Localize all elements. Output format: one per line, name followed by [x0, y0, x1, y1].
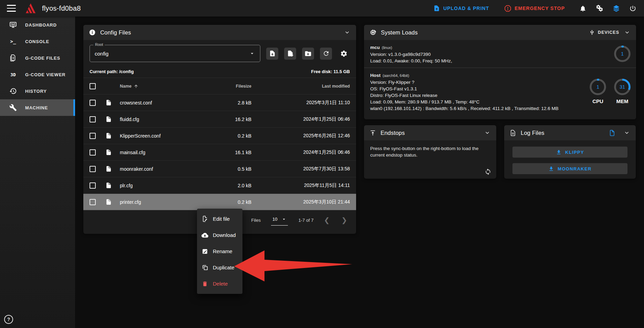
files-per-page-label: Files — [251, 218, 260, 223]
sidebar-item-gcode-viewer[interactable]: 3D G-CODE VIEWER — [0, 66, 75, 83]
root-select-value: config — [95, 51, 108, 57]
help-button[interactable]: ? — [4, 315, 13, 324]
folder-plus-icon — [304, 50, 312, 57]
caret-down-icon — [249, 50, 255, 57]
current-path-text: Current path: /config — [90, 69, 134, 74]
sidebar-item-machine[interactable]: MACHINE — [0, 99, 75, 116]
file-row[interactable]: KlipperScreen.conf 0.2 kB 2025年6月26日 12:… — [83, 127, 356, 144]
host-section: Host(aarch64, 64bit) Version: Fly-Klippe… — [364, 68, 636, 115]
gcode-files-icon — [9, 54, 18, 62]
endstops-header[interactable]: Endstops — [364, 125, 496, 140]
download-icon — [556, 149, 562, 155]
panel-title: Endstops — [381, 130, 405, 136]
download-klippy-log-button[interactable]: KLIPPY — [512, 147, 627, 158]
mcu-section: mcu(linux) Version: v1.3.0-ga98c9d7390 L… — [364, 40, 636, 68]
app-logo — [25, 2, 37, 14]
collapse-chevron-icon[interactable] — [484, 129, 491, 136]
row-checkbox[interactable] — [90, 149, 96, 156]
mcu-version: Version: v1.3.0-ga98c9d7390 — [370, 51, 630, 58]
download-moonraker-log-button[interactable]: MOONRAKER — [512, 163, 627, 174]
main-content: Config Files Root config — [75, 17, 644, 328]
row-checkbox[interactable] — [90, 199, 96, 205]
devices-button[interactable]: DEVICES — [589, 30, 619, 35]
services-cogs-icon[interactable] — [595, 4, 603, 12]
endstops-panel: Endstops Press the sync-button on the ri… — [364, 125, 496, 179]
mcu-name: mcu — [370, 45, 380, 50]
file-row[interactable]: moonraker.conf 0.5 kB 2025年7月30日 13:58 — [83, 160, 356, 177]
sidebar-item-gcode-files[interactable]: G-CODE FILES — [0, 50, 75, 66]
mcu-arch: (linux) — [382, 46, 392, 50]
context-menu-duplicate[interactable]: Duplicate — [197, 259, 242, 276]
mcu-load: Load: 0.01, Awake: 0.00, Freq: 50 MHz, — [370, 58, 630, 64]
file-icon — [105, 166, 120, 172]
row-checkbox[interactable] — [90, 182, 96, 189]
log-files-header[interactable]: Log Files — [504, 125, 636, 140]
settings-button[interactable] — [338, 48, 350, 60]
file-refresh-icon[interactable] — [609, 130, 615, 136]
top-bar: flyos-fd0ba8 UPLOAD & PRINT EMERGENCY ST… — [0, 0, 644, 17]
file-row[interactable]: fluidd.cfg 16.2 kB 2024年1月25日 06:46 — [83, 111, 356, 127]
row-checkbox[interactable] — [90, 166, 96, 172]
sidebar-item-console[interactable]: >_ CONSOLE — [0, 33, 75, 50]
column-header-filesize[interactable]: Filesize — [211, 84, 270, 89]
sidebar-item-history[interactable]: HISTORY — [0, 83, 75, 99]
cloud-download-icon — [201, 232, 208, 239]
root-select-label: Root — [93, 42, 105, 47]
context-menu-edit-file[interactable]: Edit file — [197, 211, 242, 227]
history-clock-icon — [9, 87, 18, 95]
next-page-button[interactable]: ❯ — [341, 217, 347, 223]
context-menu-delete[interactable]: Delete — [197, 276, 242, 292]
collapse-chevron-icon[interactable] — [624, 29, 631, 36]
file-icon — [105, 116, 120, 122]
gear-icon — [340, 50, 347, 57]
system-loads-panel: System Loads DEVICES mcu(linux) Version:… — [364, 25, 636, 119]
power-icon[interactable] — [629, 5, 636, 12]
question-mark-icon: ? — [7, 317, 10, 322]
file-table: Name Filesize Last modified crowsnest.co… — [83, 78, 356, 210]
collapse-chevron-icon[interactable] — [344, 29, 351, 36]
column-header-name[interactable]: Name — [120, 84, 211, 89]
download-icon — [548, 166, 554, 172]
layers-icon[interactable] — [612, 4, 620, 12]
file-row-selected[interactable]: printer.cfg 0.2 kB 2025年3月10日 21:44 — [83, 193, 356, 210]
row-checkbox[interactable] — [90, 133, 96, 139]
trash-icon — [201, 281, 208, 287]
wrench-icon — [9, 104, 18, 111]
cpu-gauge: 1 — [589, 78, 607, 96]
context-menu-rename[interactable]: Rename — [197, 243, 242, 259]
file-upload-icon — [433, 5, 440, 12]
row-checkbox[interactable] — [90, 116, 96, 122]
document-icon — [510, 130, 516, 136]
upload-print-button[interactable]: UPLOAD & PRINT — [433, 5, 489, 12]
select-all-checkbox[interactable] — [90, 83, 96, 89]
file-row[interactable]: crowsnest.conf 2.8 kB 2025年3月1日 11:10 — [83, 94, 356, 111]
panel-title: System Loads — [381, 29, 418, 36]
file-icon — [105, 199, 120, 205]
alert-octagon-icon — [504, 5, 511, 12]
host-arch: (aarch64, 64bit) — [383, 73, 409, 78]
context-menu-download[interactable]: Download — [197, 227, 242, 243]
column-header-last-modified[interactable]: Last modified — [270, 84, 350, 89]
previous-page-button[interactable]: ❮ — [324, 217, 330, 223]
sidebar-item-dashboard[interactable]: DASHBOARD — [0, 17, 75, 33]
notifications-bell-icon[interactable] — [579, 5, 586, 12]
table-header-row: Name Filesize Last modified — [83, 78, 356, 94]
refresh-icon — [323, 50, 330, 57]
config-files-header[interactable]: Config Files — [83, 25, 356, 40]
file-row[interactable]: plr.cfg 2.0 kB 2025年11月5日 14:11 — [83, 177, 356, 193]
emergency-stop-button[interactable]: EMERGENCY STOP — [504, 5, 565, 12]
sync-button[interactable] — [485, 168, 491, 175]
refresh-button[interactable] — [320, 48, 332, 60]
create-file-button[interactable] — [284, 48, 296, 60]
system-loads-header[interactable]: System Loads DEVICES — [364, 25, 636, 40]
menu-icon[interactable] — [7, 5, 16, 12]
file-row[interactable]: mainsail.cfg 16.1 kB 2024年1月25日 06:46 — [83, 144, 356, 160]
root-select[interactable]: Root config — [90, 45, 260, 62]
create-folder-button[interactable] — [302, 48, 314, 60]
upload-file-button[interactable] — [266, 48, 278, 60]
per-page-select[interactable]: 10 — [271, 215, 288, 226]
collapse-chevron-icon[interactable] — [623, 129, 630, 136]
free-disk-text: Free disk: 11.5 GB — [311, 69, 350, 74]
row-checkbox[interactable] — [90, 100, 96, 106]
log-files-panel: Log Files KLIPPY MOONRAKER — [504, 125, 636, 179]
